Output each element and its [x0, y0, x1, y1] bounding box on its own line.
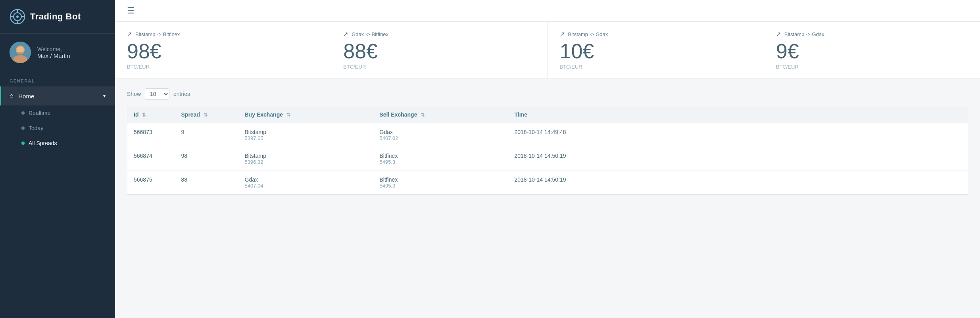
cell-id-0: 566873 — [127, 123, 175, 147]
user-area: Welcome, Max / Martin — [0, 34, 115, 71]
entries-label: entries — [173, 91, 190, 97]
sidebar-item-all-spreads[interactable]: All Spreads — [0, 136, 115, 151]
sell-exchange-name-0: Gdax — [380, 129, 502, 135]
svg-point-2 — [16, 15, 19, 18]
home-icon: ⌂ — [10, 92, 13, 100]
stat-value-4: 9€ — [776, 41, 968, 61]
sell-exchange-price-0: 5407.02 — [380, 135, 502, 141]
sort-icon-sell: ⇅ — [421, 112, 425, 118]
buy-exchange-name-1: Bitstamp — [245, 153, 367, 159]
cell-spread-1: 98 — [175, 147, 238, 171]
cell-sell-0: Gdax 5407.02 — [373, 123, 508, 147]
cell-time-1: 2018-10-14 14:50:19 — [508, 147, 968, 171]
cell-buy-2: Gdax 5407.04 — [238, 171, 373, 195]
buy-exchange-price-1: 5396.82 — [245, 159, 367, 165]
logo-icon — [10, 9, 25, 25]
stat-label-3: ↗ Bitstamp -> Gdax — [560, 31, 752, 38]
col-header-time[interactable]: Time — [508, 106, 968, 123]
table-header: Id ⇅ Spread ⇅ Buy Exchange ⇅ Sell Exchan… — [127, 106, 968, 123]
user-name: Max / Martin — [37, 52, 70, 59]
chart-icon: ↗ — [127, 31, 132, 38]
realtime-label: Realtime — [29, 110, 50, 116]
stat-card-3: ↗ Bitstamp -> Gdax 10€ BTC/EUR — [548, 22, 764, 79]
main-content: ☰ ↗ Bitstamp -> Bitfinex 98€ BTC/EUR ↗ G… — [115, 0, 980, 318]
cell-time-0: 2018-10-14 14:49:48 — [508, 123, 968, 147]
general-section-label: GENERAL — [0, 71, 115, 86]
chart-icon-3: ↗ — [560, 31, 565, 38]
all-spreads-label: All Spreads — [29, 140, 57, 146]
stat-label-1: ↗ Bitstamp -> Bitfinex — [127, 31, 319, 38]
buy-exchange-name-0: Bitstamp — [245, 129, 367, 135]
user-info: Welcome, Max / Martin — [37, 46, 70, 59]
today-label: Today — [29, 125, 43, 131]
stat-subtitle-1: BTC/EUR — [127, 64, 319, 70]
col-header-spread[interactable]: Spread ⇅ — [175, 106, 238, 123]
cell-sell-1: Bitfinex 5495.3 — [373, 147, 508, 171]
show-entries-row: Show 10 25 50 100 entries — [127, 88, 968, 100]
avatar-image — [10, 42, 31, 63]
hamburger-icon[interactable]: ☰ — [127, 6, 135, 15]
cell-buy-1: Bitstamp 5396.82 — [238, 147, 373, 171]
sell-exchange-price-1: 5495.3 — [380, 159, 502, 165]
show-label: Show — [127, 91, 141, 97]
cell-spread-0: 9 — [175, 123, 238, 147]
table-row: 566873 9 Bitstamp 5397.65 Gdax 5407.02 2… — [127, 123, 968, 147]
stat-subtitle-2: BTC/EUR — [343, 64, 535, 70]
table-section: Show 10 25 50 100 entries Id ⇅ Spread ⇅ — [115, 79, 980, 204]
dot-icon — [21, 126, 25, 130]
table-body: 566873 9 Bitstamp 5397.65 Gdax 5407.02 2… — [127, 123, 968, 195]
stat-card-1: ↗ Bitstamp -> Bitfinex 98€ BTC/EUR — [115, 22, 331, 79]
table-row: 566875 88 Gdax 5407.04 Bitfinex 5495.3 2… — [127, 171, 968, 195]
welcome-label: Welcome, — [37, 46, 70, 52]
cell-id-1: 566874 — [127, 147, 175, 171]
cell-spread-2: 88 — [175, 171, 238, 195]
buy-exchange-price-0: 5397.65 — [245, 135, 367, 141]
stat-subtitle-4: BTC/EUR — [776, 64, 968, 70]
spreads-table: Id ⇅ Spread ⇅ Buy Exchange ⇅ Sell Exchan… — [127, 106, 968, 195]
chart-icon-4: ↗ — [776, 31, 781, 38]
stat-subtitle-3: BTC/EUR — [560, 64, 752, 70]
col-header-id[interactable]: Id ⇅ — [127, 106, 175, 123]
cell-id-2: 566875 — [127, 171, 175, 195]
avatar — [10, 42, 31, 63]
stat-label-4: ↗ Bitstamp -> Gdax — [776, 31, 968, 38]
chart-icon-2: ↗ — [343, 31, 348, 38]
sell-exchange-name-1: Bitfinex — [380, 153, 502, 159]
sort-icon-buy: ⇅ — [286, 112, 290, 118]
sort-icon-id: ⇅ — [142, 112, 146, 118]
table-row: 566874 98 Bitstamp 5396.82 Bitfinex 5495… — [127, 147, 968, 171]
dot-icon — [21, 142, 25, 145]
logo-area: Trading Bot — [0, 0, 115, 34]
dot-icon — [21, 111, 25, 115]
stat-value-3: 10€ — [560, 41, 752, 61]
col-header-sell[interactable]: Sell Exchange ⇅ — [373, 106, 508, 123]
stat-label-2: ↗ Gdax -> Bitfinex — [343, 31, 535, 38]
sidebar-item-home[interactable]: ⌂ Home ▾ — [0, 86, 115, 105]
stat-card-4: ↗ Bitstamp -> Gdax 9€ BTC/EUR — [764, 22, 980, 79]
sell-exchange-name-2: Bitfinex — [380, 176, 502, 183]
buy-exchange-name-2: Gdax — [245, 176, 367, 183]
sort-icon-spread: ⇅ — [204, 112, 208, 118]
cell-buy-0: Bitstamp 5397.65 — [238, 123, 373, 147]
header-row: Id ⇅ Spread ⇅ Buy Exchange ⇅ Sell Exchan… — [127, 106, 968, 123]
home-label: Home — [18, 93, 34, 100]
cell-sell-2: Bitfinex 5495.3 — [373, 171, 508, 195]
col-header-buy[interactable]: Buy Exchange ⇅ — [238, 106, 373, 123]
sell-exchange-price-2: 5495.3 — [380, 183, 502, 189]
app-title: Trading Bot — [30, 11, 81, 22]
stats-row: ↗ Bitstamp -> Bitfinex 98€ BTC/EUR ↗ Gda… — [115, 22, 980, 79]
stat-value-1: 98€ — [127, 41, 319, 61]
sidebar-item-realtime[interactable]: Realtime — [0, 105, 115, 121]
stat-card-2: ↗ Gdax -> Bitfinex 88€ BTC/EUR — [331, 22, 548, 79]
topbar: ☰ — [115, 0, 980, 22]
stat-value-2: 88€ — [343, 41, 535, 61]
sidebar-item-today[interactable]: Today — [0, 121, 115, 136]
sidebar: Trading Bot Welcome, Max / Martin GENERA… — [0, 0, 115, 318]
chevron-down-icon: ▾ — [103, 93, 106, 99]
buy-exchange-price-2: 5407.04 — [245, 183, 367, 189]
cell-time-2: 2018-10-14 14:50:19 — [508, 171, 968, 195]
entries-select[interactable]: 10 25 50 100 — [145, 88, 169, 100]
